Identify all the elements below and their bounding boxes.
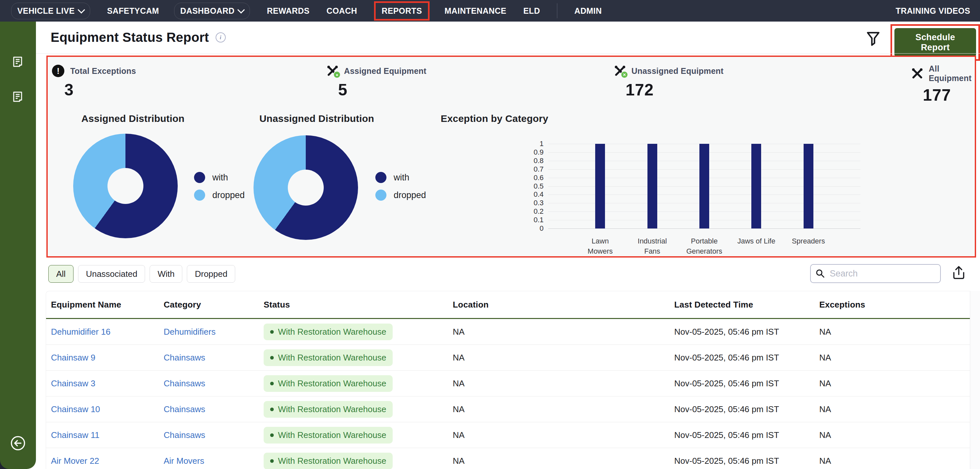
status-text: With Restoration Warehouse (278, 404, 386, 415)
status-badge: With Restoration Warehouse (264, 375, 393, 392)
legend-dot-dropped (194, 190, 205, 201)
equipment-name-link[interactable]: Chainsaw 9 (51, 353, 164, 363)
equipment-status-report-page: VEHICLE LIVESAFETYCAMDASHBOARDREWARDSCOA… (0, 0, 980, 469)
chevron-down-icon (78, 6, 85, 14)
column-header-last-detected-time: Last Detected Time (674, 300, 819, 310)
search-box (810, 264, 941, 283)
stat-value: 5 (338, 80, 426, 99)
exception-by-category-bar-chart: 10.90.80.70.60.50.40.30.20.10Lawn Mowers… (548, 144, 861, 228)
column-header-location: Location (453, 300, 674, 310)
x-axis-category-label: Lawn Mowers (579, 236, 621, 257)
assigned-distribution-donut-chart (73, 134, 178, 238)
table-row: Chainsaw 3ChainsawsWith Restoration Ware… (46, 371, 976, 396)
legend-item: with (375, 172, 426, 183)
status-badge: With Restoration Warehouse (264, 324, 393, 340)
scrollbar-track[interactable] (970, 291, 980, 469)
category-link[interactable]: Air Movers (164, 456, 264, 466)
equipment-name-link[interactable]: Dehumidifier 16 (51, 327, 164, 337)
y-axis-tick-label: 0.6 (533, 174, 544, 182)
search-input[interactable] (829, 268, 935, 279)
tools-cross-icon: ✕ (613, 64, 627, 78)
x-axis-category-label: Spreaders (787, 236, 830, 246)
stat-value: 3 (64, 80, 136, 99)
nav-item-admin[interactable]: ADMIN (574, 3, 602, 19)
nav-item-rewards[interactable]: REWARDS (267, 3, 310, 19)
legend-item: dropped (194, 190, 245, 201)
equipment-name-link[interactable]: Chainsaw 11 (51, 430, 164, 440)
x-axis-category-label: Jaws of Life (735, 236, 778, 246)
nav-item-safetycam[interactable]: SAFETYCAM (107, 3, 159, 19)
location-cell: NA (453, 353, 674, 363)
location-cell: NA (453, 404, 674, 415)
y-axis-tick-label: 1 (540, 140, 544, 148)
legend-item: with (194, 172, 245, 183)
last-detected-cell: Nov-05-2025, 05:46 pm IST (674, 353, 819, 363)
column-header-status: Status (264, 300, 453, 310)
y-axis-tick-label: 0.5 (533, 182, 544, 191)
status-cell: With Restoration Warehouse (264, 349, 453, 366)
status-badge: With Restoration Warehouse (264, 401, 393, 418)
nav-item-label: REWARDS (267, 6, 310, 16)
y-axis-tick-label: 0.4 (533, 190, 544, 199)
collapse-sidebar-icon[interactable] (10, 435, 26, 451)
nav-item-label: SAFETYCAM (107, 6, 159, 16)
nav-item-dashboard[interactable]: DASHBOARD (174, 3, 250, 19)
nav-item-reports[interactable]: REPORTS (374, 1, 430, 21)
status-badge: With Restoration Warehouse (264, 427, 393, 443)
status-badge: With Restoration Warehouse (264, 349, 393, 366)
last-detected-cell: Nov-05-2025, 05:46 pm IST (674, 378, 819, 389)
legend-item: dropped (375, 190, 426, 201)
status-dot-icon (270, 459, 274, 463)
schedule-report-button[interactable]: Schedule Report (894, 28, 976, 57)
nav-item-eld[interactable]: ELD (523, 3, 540, 19)
status-text: With Restoration Warehouse (278, 430, 386, 440)
exceptions-cell: NA (819, 456, 976, 466)
category-link[interactable]: Chainsaws (164, 378, 264, 389)
last-detected-cell: Nov-05-2025, 05:46 pm IST (674, 430, 819, 440)
column-header-exceptions: Exceptions (819, 300, 976, 310)
filter-chip-all[interactable]: All (48, 265, 73, 283)
equipment-name-link[interactable]: Chainsaw 10 (51, 404, 164, 415)
bar-lawn-mowers (595, 144, 605, 228)
unassigned-distribution-donut-chart (253, 135, 358, 240)
filter-icon[interactable] (866, 31, 880, 46)
report-list-icon-2[interactable] (12, 91, 24, 103)
filter-chip-with[interactable]: With (150, 265, 182, 283)
report-list-icon[interactable] (12, 56, 24, 68)
left-sidebar (0, 22, 36, 469)
equipment-name-link[interactable]: Air Mover 22 (51, 456, 164, 466)
table-row: Air Mover 22Air MoversWith Restoration W… (46, 448, 976, 469)
category-link[interactable]: Chainsaws (164, 404, 264, 415)
stat-label: All Equipment (929, 64, 975, 83)
nav-item-vehicle-live[interactable]: VEHICLE LIVE (11, 3, 90, 19)
exclamation-circle-icon: ! (52, 64, 66, 78)
y-axis-tick-label: 0.2 (533, 207, 544, 216)
page-title: Equipment Status Report i (51, 30, 226, 45)
stat-value: 172 (625, 80, 724, 99)
nav-item-training-videos[interactable]: TRAINING VIDEOS (896, 6, 970, 16)
exception-by-category-title: Exception by Category (441, 113, 548, 124)
nav-item-label: COACH (327, 6, 357, 16)
status-cell: With Restoration Warehouse (264, 453, 453, 469)
nav-item-maintenance[interactable]: MAINTENANCE (445, 3, 506, 19)
info-icon[interactable]: i (216, 32, 226, 43)
stat-label: Assigned Equipment (344, 66, 426, 76)
status-cell: With Restoration Warehouse (264, 375, 453, 392)
status-dot-icon (270, 356, 274, 359)
last-detected-cell: Nov-05-2025, 05:46 pm IST (674, 404, 819, 415)
export-icon[interactable] (951, 265, 966, 281)
equipment-name-link[interactable]: Chainsaw 3 (51, 378, 164, 389)
category-link[interactable]: Chainsaws (164, 430, 264, 440)
gridline (548, 228, 861, 229)
category-link[interactable]: Dehumidifiers (164, 327, 264, 337)
nav-item-coach[interactable]: COACH (327, 3, 357, 19)
category-link[interactable]: Chainsaws (164, 353, 264, 363)
legend-label: with (394, 172, 409, 183)
filter-chip-dropped[interactable]: Dropped (187, 265, 235, 283)
exceptions-cell: NA (819, 327, 976, 337)
status-dot-icon (270, 330, 274, 334)
exceptions-cell: NA (819, 378, 976, 389)
nav-divider (557, 3, 557, 18)
table-row: Chainsaw 9ChainsawsWith Restoration Ware… (46, 345, 976, 371)
filter-chip-unassociated[interactable]: Unassociated (78, 265, 145, 283)
